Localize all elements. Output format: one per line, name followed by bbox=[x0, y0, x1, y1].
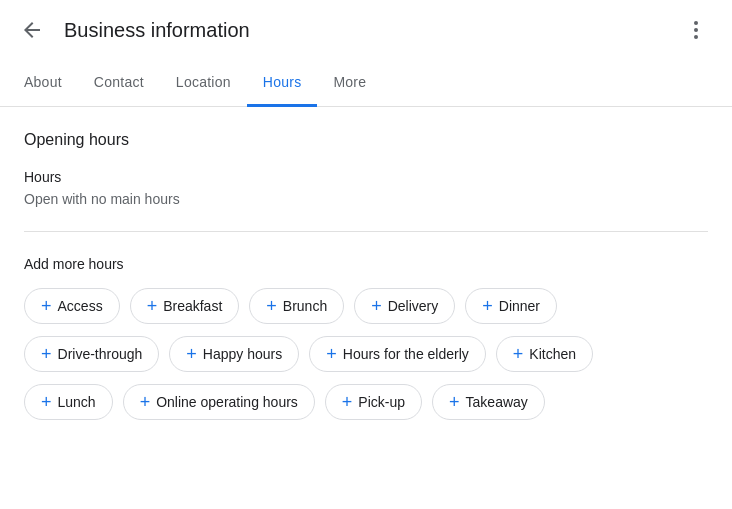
three-dots-icon bbox=[684, 18, 708, 42]
tab-about[interactable]: About bbox=[8, 60, 78, 107]
chip-row-2: + Drive-through + Happy hours + Hours fo… bbox=[24, 336, 708, 372]
chip-label-hours-elderly: Hours for the elderly bbox=[343, 346, 469, 362]
chip-takeaway[interactable]: + Takeaway bbox=[432, 384, 545, 420]
chip-brunch[interactable]: + Brunch bbox=[249, 288, 344, 324]
chip-label-pick-up: Pick-up bbox=[358, 394, 405, 410]
chip-label-breakfast: Breakfast bbox=[163, 298, 222, 314]
page-title: Business information bbox=[64, 19, 250, 42]
back-button[interactable] bbox=[16, 14, 48, 46]
chip-label-takeaway: Takeaway bbox=[466, 394, 528, 410]
chip-hours-elderly[interactable]: + Hours for the elderly bbox=[309, 336, 486, 372]
chip-label-online-operating-hours: Online operating hours bbox=[156, 394, 298, 410]
chip-row-3: + Lunch + Online operating hours + Pick-… bbox=[24, 384, 708, 420]
section-title: Opening hours bbox=[24, 131, 708, 149]
tab-hours[interactable]: Hours bbox=[247, 60, 318, 107]
plus-icon-kitchen: + bbox=[513, 345, 524, 363]
chip-label-delivery: Delivery bbox=[388, 298, 439, 314]
header: Business information bbox=[0, 0, 732, 60]
chip-drive-through[interactable]: + Drive-through bbox=[24, 336, 159, 372]
chip-kitchen[interactable]: + Kitchen bbox=[496, 336, 593, 372]
chip-delivery[interactable]: + Delivery bbox=[354, 288, 455, 324]
chip-label-dinner: Dinner bbox=[499, 298, 540, 314]
plus-icon-dinner: + bbox=[482, 297, 493, 315]
plus-icon-breakfast: + bbox=[147, 297, 158, 315]
main-content: Opening hours Hours Open with no main ho… bbox=[0, 107, 732, 456]
plus-icon-brunch: + bbox=[266, 297, 277, 315]
chip-label-lunch: Lunch bbox=[58, 394, 96, 410]
plus-icon-online-operating-hours: + bbox=[140, 393, 151, 411]
plus-icon-access: + bbox=[41, 297, 52, 315]
chip-label-access: Access bbox=[58, 298, 103, 314]
chip-access[interactable]: + Access bbox=[24, 288, 120, 324]
back-icon bbox=[20, 18, 44, 42]
chip-label-happy-hours: Happy hours bbox=[203, 346, 282, 362]
chip-online-operating-hours[interactable]: + Online operating hours bbox=[123, 384, 315, 420]
chip-breakfast[interactable]: + Breakfast bbox=[130, 288, 240, 324]
nav-tabs: About Contact Location Hours More bbox=[0, 60, 732, 107]
hours-label: Hours bbox=[24, 169, 708, 185]
divider bbox=[24, 231, 708, 232]
chip-label-drive-through: Drive-through bbox=[58, 346, 143, 362]
tab-contact[interactable]: Contact bbox=[78, 60, 160, 107]
chip-row-1: + Access + Breakfast + Brunch + Delivery… bbox=[24, 288, 708, 324]
plus-icon-hours-elderly: + bbox=[326, 345, 337, 363]
hours-sub-text: Open with no main hours bbox=[24, 191, 708, 207]
more-options-button[interactable] bbox=[676, 14, 716, 46]
plus-icon-lunch: + bbox=[41, 393, 52, 411]
add-more-title: Add more hours bbox=[24, 256, 708, 272]
chip-label-brunch: Brunch bbox=[283, 298, 327, 314]
plus-icon-drive-through: + bbox=[41, 345, 52, 363]
chip-dinner[interactable]: + Dinner bbox=[465, 288, 557, 324]
chip-lunch[interactable]: + Lunch bbox=[24, 384, 113, 420]
chip-label-kitchen: Kitchen bbox=[529, 346, 576, 362]
chip-pick-up[interactable]: + Pick-up bbox=[325, 384, 422, 420]
plus-icon-happy-hours: + bbox=[186, 345, 197, 363]
header-left: Business information bbox=[16, 14, 250, 46]
plus-icon-takeaway: + bbox=[449, 393, 460, 411]
plus-icon-delivery: + bbox=[371, 297, 382, 315]
tab-more[interactable]: More bbox=[317, 60, 382, 107]
plus-icon-pick-up: + bbox=[342, 393, 353, 411]
tab-location[interactable]: Location bbox=[160, 60, 247, 107]
chip-happy-hours[interactable]: + Happy hours bbox=[169, 336, 299, 372]
